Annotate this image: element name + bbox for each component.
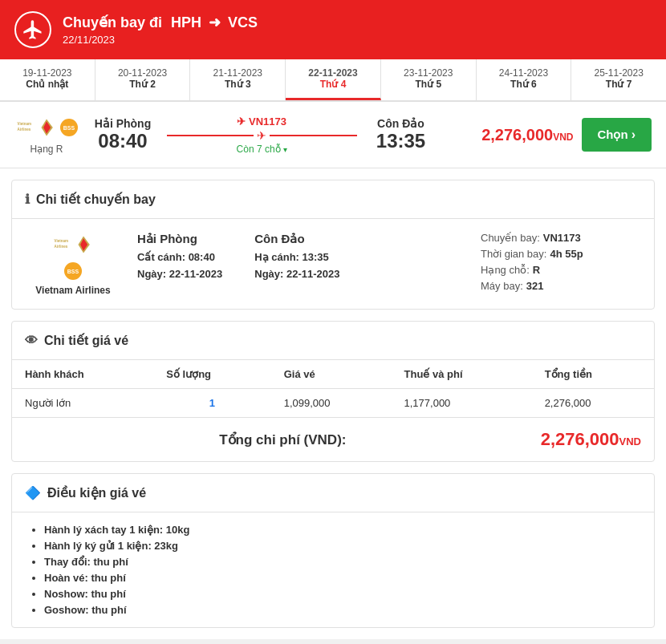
diamond-icon: 🔷 bbox=[25, 485, 41, 500]
info-icon: ℹ bbox=[25, 192, 30, 207]
eye-icon: 👁 bbox=[25, 334, 38, 348]
info-plane: Máy bay: 321 bbox=[481, 280, 641, 292]
col-tax: Thuế và phí bbox=[392, 360, 532, 389]
col-qty: Số lượng bbox=[153, 360, 270, 389]
info-duration: Thời gian bay: 4h 55p bbox=[481, 248, 641, 260]
table-row: Người lớn 1 1,099,000 1,177,000 2,276,00… bbox=[12, 389, 654, 418]
conditions-title: 🔷 Điều kiện giá vé bbox=[12, 474, 654, 512]
tab-date-3[interactable]: 22-11-2023 Thứ 4 bbox=[286, 59, 381, 100]
depart-time: 08:40 bbox=[87, 130, 159, 152]
tab-date-4[interactable]: 23-11-2023 Thứ 5 bbox=[381, 59, 477, 100]
header-info: Chuyến bay đi HPH ➜ VCS 22/11/2023 bbox=[63, 14, 258, 46]
arrive-time: 13:35 bbox=[365, 130, 437, 152]
price-detail-title: 👁 Chi tiết giá vé bbox=[12, 322, 654, 360]
price-table: Hành khách Số lượng Giá vé Thuế và phí T… bbox=[12, 360, 654, 417]
row-qty: 1 bbox=[153, 389, 270, 418]
flight-detail-section: ℹ Chi tiết chuyến bay Vietnam Airlines B… bbox=[11, 180, 655, 310]
price-detail-section: 👁 Chi tiết giá vé Hành khách Số lượng Gi… bbox=[11, 321, 655, 462]
route-to: VCS bbox=[228, 14, 258, 30]
price-total-label: Tổng chi phí (VND): bbox=[25, 431, 541, 448]
flight-arrive: Côn Đảo 13:35 bbox=[365, 117, 437, 152]
flight-number: ✈ VN1173 bbox=[167, 115, 357, 128]
detail-airline-name: Vietnam Airlines bbox=[35, 285, 110, 296]
flight-arrow: ✈ bbox=[167, 129, 357, 142]
flight-detail-title: ℹ Chi tiết chuyến bay bbox=[12, 180, 654, 219]
detail-arrive-city: Côn Đảo bbox=[254, 232, 339, 246]
select-button[interactable]: Chọn › bbox=[582, 118, 652, 152]
flight-depart: Hải Phòng 08:40 bbox=[87, 117, 159, 152]
detail-arrive-time-row: Hạ cánh: 13:35 bbox=[254, 251, 339, 263]
row-fare: 1,099,000 bbox=[271, 389, 392, 418]
detail-bss-badge: BSS bbox=[64, 262, 82, 280]
detail-locations: Hải Phòng Cất cánh: 08:40 Ngày: 22-11-20… bbox=[137, 232, 465, 280]
date-tabs: 19-11-2023 Chủ nhật 20-11-2023 Thứ 2 21-… bbox=[0, 59, 666, 102]
svg-text:Vietnam: Vietnam bbox=[55, 239, 69, 243]
list-item: Thay đổi: thu phí bbox=[44, 556, 638, 568]
col-passenger: Hành khách bbox=[12, 360, 153, 389]
chevron-right-icon: › bbox=[631, 128, 636, 142]
detail-arrive-date-row: Ngày: 22-11-2023 bbox=[254, 268, 339, 280]
detail-info: Chuyến bay: VN1173 Thời gian bay: 4h 55p… bbox=[481, 232, 641, 292]
detail-depart-date-row: Ngày: 22-11-2023 bbox=[137, 268, 222, 280]
list-item: Hoàn vé: thu phí bbox=[44, 572, 638, 584]
row-total: 2,276,000 bbox=[532, 389, 654, 418]
header: Chuyến bay đi HPH ➜ VCS 22/11/2023 bbox=[0, 0, 666, 59]
airline-class: Hạng R bbox=[30, 144, 63, 155]
svg-text:Vietnam: Vietnam bbox=[18, 122, 32, 126]
vna-logo-svg: Vietnam Airlines bbox=[15, 115, 57, 140]
list-item: Hành lý xách tay 1 kiện: 10kg bbox=[44, 524, 638, 536]
col-fare: Giá vé bbox=[271, 360, 392, 389]
col-total: Tổng tiền bbox=[532, 360, 654, 389]
seats-left[interactable]: Còn 7 chỗ ▾ bbox=[167, 144, 357, 155]
bss-badge: BSS bbox=[60, 119, 78, 136]
price-table-header: Hành khách Số lượng Giá vé Thuế và phí T… bbox=[12, 360, 654, 389]
flight-route: ✈ VN1173 ✈ Còn 7 chỗ ▾ bbox=[167, 115, 357, 155]
conditions-list: Hành lý xách tay 1 kiện: 10kg Hành lý ký… bbox=[28, 524, 638, 616]
header-title: Chuyến bay đi HPH ➜ VCS bbox=[63, 14, 258, 31]
detail-depart-city: Hải Phòng bbox=[137, 232, 222, 246]
arrive-city: Côn Đảo bbox=[365, 117, 437, 130]
tab-date-0[interactable]: 19-11-2023 Chủ nhật bbox=[0, 59, 95, 100]
detail-depart: Hải Phòng Cất cánh: 08:40 Ngày: 22-11-20… bbox=[137, 232, 222, 280]
tab-date-6[interactable]: 25-11-2023 Thứ 7 bbox=[571, 59, 666, 100]
header-date: 22/11/2023 bbox=[63, 34, 258, 46]
row-tax: 1,177,000 bbox=[392, 389, 532, 418]
row-passenger: Người lớn bbox=[12, 389, 153, 418]
flight-icon bbox=[14, 11, 51, 48]
svg-text:Airlines: Airlines bbox=[55, 245, 68, 249]
flight-detail-body: Vietnam Airlines BSS Vietnam Airlines Hả… bbox=[12, 219, 654, 309]
info-class: Hạng chỗ: R bbox=[481, 264, 641, 276]
flight-card: Vietnam Airlines BSS Hạng R Hải Phòng 08… bbox=[0, 102, 666, 168]
airline-logo-img: Vietnam Airlines BSS bbox=[15, 115, 78, 140]
conditions-section: 🔷 Điều kiện giá vé Hành lý xách tay 1 ki… bbox=[11, 473, 655, 628]
airline-logo: Vietnam Airlines BSS Hạng R bbox=[14, 115, 79, 155]
list-item: Noshow: thu phí bbox=[44, 588, 638, 600]
detail-vna-logo: Vietnam Airlines bbox=[52, 232, 94, 257]
route-arrow: ➜ bbox=[209, 14, 221, 30]
list-item: Goshow: thu phí bbox=[44, 604, 638, 616]
tab-date-2[interactable]: 21-11-2023 Thứ 3 bbox=[190, 59, 286, 100]
tab-date-5[interactable]: 24-11-2023 Thứ 6 bbox=[477, 59, 572, 100]
detail-arrive: Côn Đảo Hạ cánh: 13:35 Ngày: 22-11-2023 bbox=[254, 232, 339, 280]
flight-price: 2,276,000VND bbox=[445, 126, 574, 144]
conditions-body: Hành lý xách tay 1 kiện: 10kg Hành lý ký… bbox=[12, 512, 654, 627]
route-from: HPH bbox=[171, 14, 201, 30]
depart-city: Hải Phòng bbox=[87, 117, 159, 130]
price-total-value: 2,276,000VND bbox=[541, 429, 641, 450]
detail-airline: Vietnam Airlines BSS Vietnam Airlines bbox=[25, 232, 121, 296]
list-item: Hành lý ký gửi 1 kiện: 23kg bbox=[44, 540, 638, 552]
info-flight-num: Chuyến bay: VN1173 bbox=[481, 232, 641, 244]
price-total-row: Tổng chi phí (VND): 2,276,000VND bbox=[12, 417, 654, 461]
svg-text:Airlines: Airlines bbox=[18, 128, 31, 132]
plane-icon: ✈ bbox=[257, 129, 266, 142]
detail-depart-time-row: Cất cánh: 08:40 bbox=[137, 251, 222, 263]
tab-date-1[interactable]: 20-11-2023 Thứ 2 bbox=[95, 59, 191, 100]
